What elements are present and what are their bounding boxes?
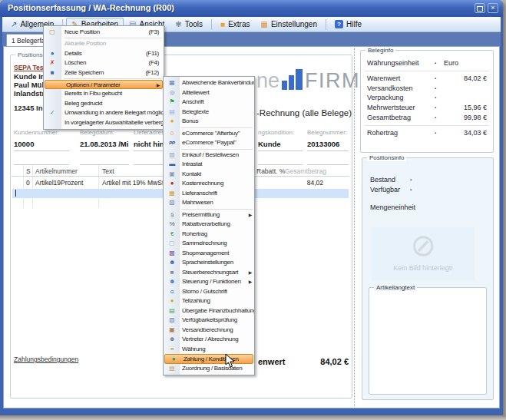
window-buttons: ×	[475, 3, 498, 13]
submenu-item-steuerberechnungsart[interactable]: ■ Steuerberechnungsart ▶	[164, 268, 254, 278]
field-value[interactable]: Kunde	[258, 140, 281, 148]
row-cell-s[interactable]: 0	[26, 179, 30, 187]
beleginfo-rows: Währungseinheit ▪ Euro Warenwert ▪ 84,02…	[361, 58, 493, 138]
submenu-item-storno-gutschrift[interactable]: G Storno / Gutschrift ▶	[164, 287, 254, 297]
submenu-item-anschrift[interactable]: ⚑ Anschrift ▶	[164, 98, 254, 107]
submenu-item-ecommerce-paypal[interactable]: PP eCommerce "Paypal" ▶	[164, 138, 254, 148]
info-value: 99,98 €	[464, 113, 487, 123]
submenu-item-w-hrung[interactable]: ¤ Währung ▶	[164, 345, 254, 355]
edit-menu-item-neue-position[interactable]: ▢ Neue Position (F3) ▶	[44, 28, 164, 37]
window-title: Positionserfassung / WA-Rechnung (R00)	[8, 3, 174, 12]
submenu-item-separator	[181, 209, 253, 210]
beleginfo-row-warenwert: Warenwert ▪ 84,02 €	[361, 74, 493, 84]
row-cell-text[interactable]: Artikel mit 19% MwSt.	[102, 179, 166, 187]
field-value[interactable]: 10000	[14, 140, 34, 148]
restore-icon	[477, 6, 483, 12]
toolbar-button-hilfe[interactable]: ? Hilfe	[329, 18, 367, 31]
beleginfo-row-versandkosten: Versandkosten ▪	[361, 84, 493, 94]
field-zahlungskondition: ngskondition: Kunde	[258, 129, 294, 136]
submenu-item-preisermittlung[interactable]: § Preisermittlung ▶	[164, 210, 254, 220]
field-value[interactable]: 21.08.2013 /Mi	[80, 140, 128, 148]
toolbar-button-extras[interactable]: ■ Extras	[215, 18, 255, 31]
menu-item-label: Aktuelle Position	[64, 39, 106, 48]
submenu-item-belegtexte[interactable]: ▤ Belegtexte ▶	[164, 107, 254, 117]
payment-terms-title[interactable]: Zahlungsbedingungen	[14, 356, 78, 363]
column-header-rabatt[interactable]: Rabatt. %	[256, 167, 285, 175]
submenu-item-shopmanagement[interactable]: ▩ Shopmanagement ▶	[164, 249, 254, 259]
field-underline	[258, 150, 303, 151]
submenu-item-altteilewert[interactable]: ◎ Altteilewert ▶	[164, 88, 254, 98]
submenu-item-kostenrechnung[interactable]: ● Kostenrechnung ▶	[164, 179, 254, 189]
toolbar-button-icon: ✱	[175, 21, 181, 28]
submenu-item-kontakt[interactable]: ▣ Kontakt ▶	[164, 170, 254, 180]
submenu-item-sammelrechnung[interactable]: ▢ Sammelrechnung ▶	[164, 239, 254, 249]
edit-menu-item-optionen-parameter[interactable]: Optionen / Parameter ▶	[45, 80, 163, 89]
equals-mark-icon: ▪	[410, 185, 412, 195]
column-header-s[interactable]: S	[26, 167, 31, 175]
edit-menu-item-umwandlung-in-andere-belegart-m-glich[interactable]: ✓ Umwandlung in andere Belegart möglich …	[44, 108, 164, 117]
submenu-item-teilzahlung[interactable]: ● Teilzahlung ▶	[164, 296, 254, 306]
menu-item-label: Anschrift	[182, 98, 203, 107]
column-header-text[interactable]: Text	[102, 167, 114, 175]
submenu-item-intrastat[interactable]: ▬ Intrastat ▶	[164, 160, 254, 170]
submenu-item-separator	[181, 149, 253, 150]
submenu-item-lieferanschrift[interactable]: ▦ Lieferanschrift ▶	[164, 189, 254, 199]
menu-item-icon: ▦	[166, 78, 178, 88]
edit-menu-item-l-schen[interactable]: ✗ Löschen (F4) ▶	[44, 58, 164, 68]
submenu-item-bonus[interactable]: ● Bonus ▶	[164, 117, 254, 127]
field-value[interactable]: 20133006	[307, 140, 339, 148]
positionsinfo-panel: Positionsinfo Bestand ▪ Verfügbar ▪ Meng…	[362, 157, 494, 400]
menu-item-icon: ▬	[166, 160, 178, 170]
info-value: Euro	[444, 58, 458, 68]
edit-menu-item-in-vorgelagerter-auswahltabelle-verbergen[interactable]: In vorgelagerter Auswahltabelle verberge…	[44, 118, 164, 127]
submenu-item-zuordnung-basisdaten[interactable]: ▤ Zuordnung / Basisdaten ▶	[164, 364, 254, 374]
menu-item-label: Beleg gedruckt	[64, 99, 102, 108]
restore-button[interactable]	[475, 3, 485, 13]
submenu-item-ecommerce-afterbuy[interactable]: ☺ eCommerce "Afterbuy" ▶	[164, 129, 254, 139]
menu-item-label: Altteilewert	[182, 88, 210, 98]
panel-splitter[interactable]	[354, 48, 355, 406]
submenu-item-rabattverarbeitung[interactable]: % Rabattverarbeitung ▶	[164, 220, 254, 230]
artikellangtext-box[interactable]: Artikellangtext	[369, 287, 487, 395]
submenu-item-einkauf-bestellwesen[interactable]: ▥ Einkauf / Bestellwesen ▶	[164, 150, 254, 160]
edit-menu-item-bereits-in-fibu-gebucht[interactable]: Bereits in Fibu gebucht ▶	[44, 89, 164, 98]
toolbar-button-separator	[211, 19, 212, 30]
submenu-item-rohertrag[interactable]: € Rohertrag ▶	[164, 230, 254, 240]
menu-item-label: Rohertrag	[182, 230, 207, 240]
options-parameter-submenu: ▦ Abweichende Bankverbindung ▶ ◎ Altteil…	[163, 76, 255, 375]
edit-menu-item-aktuelle-position[interactable]: Aktuelle Position ▶	[44, 39, 164, 48]
submenu-item-bergabe-finanzbuchhaltung[interactable]: ▤ Übergabe Finanzbuchhaltung ▶	[164, 306, 254, 316]
submenu-item-zahlung-konditionen[interactable]: ● Zahlung / Konditionen ▶	[164, 354, 253, 364]
row-cell-artikelnummer[interactable]: Artikel19Prozent	[35, 179, 83, 187]
close-button[interactable]: ×	[488, 3, 498, 13]
edit-menu: ▢ Neue Position (F3) ▶ Aktuelle Position…	[43, 25, 164, 130]
submenu-item-steuerung-funktionen[interactable]: ☻ Steuerung / Funktionen ▶	[164, 277, 254, 287]
edit-menu-item-details[interactable]: ● Details (F11) ▶	[44, 49, 164, 58]
menu-item-icon: ▥	[166, 150, 178, 160]
menu-item-label: Einkauf / Bestellwesen	[182, 150, 239, 160]
toolbar-button-label: Extras	[228, 20, 250, 28]
submenu-item-verf-gbarkeitspr-fung[interactable]: ▧ Verfügbarkeitsprüfung ▶	[164, 316, 254, 326]
toolbar-button-tools[interactable]: ✱ Tools	[170, 18, 208, 31]
edit-menu-item-beleg-gedruckt[interactable]: Beleg gedruckt ▶	[44, 99, 164, 108]
menu-item-icon: G	[166, 287, 178, 297]
column-header-artikelnummer[interactable]: Artikelnummer	[35, 167, 78, 175]
column-header-gesamtbetrag[interactable]: Gesamtbetrag	[285, 167, 326, 175]
submenu-item-separator	[181, 127, 253, 128]
submenu-item-vertreter-abrechnung[interactable]: ☻ Vertreter / Abrechnung ▶	[164, 335, 254, 345]
submenu-item-versandberechnung[interactable]: ▣ Versandberechnung ▶	[164, 326, 254, 336]
row-cell-gesamtbetrag[interactable]: 84,02	[262, 179, 323, 187]
toolbar-button-einstellungen[interactable]: ▦ Einstellungen	[255, 18, 322, 31]
edit-menu-item-zeile-speichern[interactable]: ■ Zeile Speichern (F12) ▶	[44, 68, 164, 78]
info-label: Gesamtbetrag	[367, 113, 411, 123]
article-image-placeholder: ⊘ Kein Bild hinterlegt!	[372, 227, 475, 281]
submenu-item-spracheinstellungen[interactable]: ☻ Spracheinstellungen ▶	[164, 258, 254, 268]
submenu-item-mahnwesen[interactable]: ▨ Mahnwesen ▶	[164, 198, 254, 208]
menu-item-shortcut: (F3)	[149, 28, 159, 37]
info-value: 34,03 €	[464, 128, 487, 138]
submenu-item-abweichende-bankverbindung[interactable]: ▦ Abweichende Bankverbindung ▶	[164, 78, 254, 88]
field-label: ngskondition:	[258, 129, 294, 136]
logo-bar	[289, 75, 294, 90]
toolbar-button-label: Hilfe	[346, 20, 362, 28]
company-logo: ne FIRMA	[256, 65, 375, 91]
